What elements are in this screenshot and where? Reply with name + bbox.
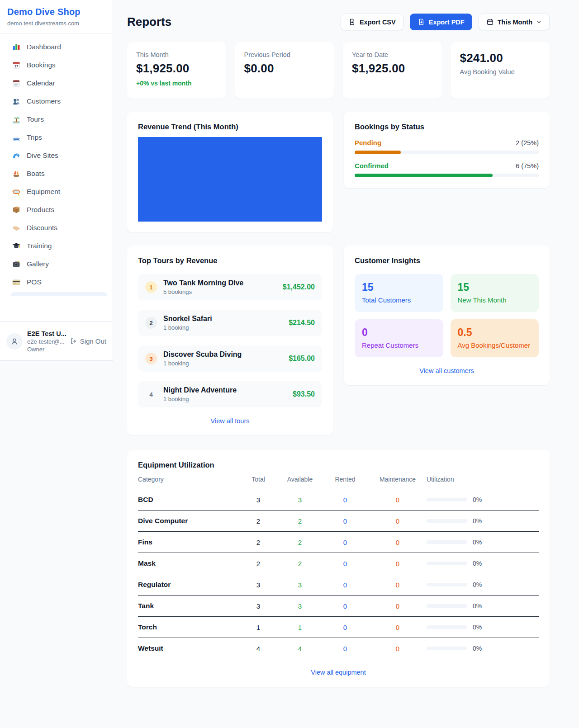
sailboat-icon <box>12 169 21 178</box>
insight-label: Total Customers <box>362 296 436 304</box>
sign-out-label: Sign Out <box>80 337 106 345</box>
package-icon <box>12 205 21 214</box>
stat-card-previous-period: Previous Period $0.00 <box>235 42 334 99</box>
stat-card-year-to-date: Year to Date $1,925.00 <box>343 42 442 99</box>
person-icon <box>10 337 19 346</box>
insight-label: Avg Bookings/Customer <box>458 341 532 349</box>
sign-out-button[interactable]: Sign Out <box>70 337 106 345</box>
sidebar-item-boats[interactable]: Boats <box>5 165 107 183</box>
insights-grid: 15 Total Customers 15 New This Month 0 R… <box>355 274 539 357</box>
lists-row: Top Tours by Revenue 1 Two Tank Morning … <box>127 246 550 435</box>
utilization-bar-track <box>427 498 467 501</box>
insight-total-customers: 15 Total Customers <box>355 274 443 312</box>
equipment-maintenance: 0 <box>369 645 427 652</box>
sidebar-item-label: Tours <box>27 115 44 123</box>
table-row: Dive Computer 2 2 0 0 0% <box>138 511 539 532</box>
table-row: Wetsuit 4 4 0 0 0% <box>138 638 539 659</box>
tour-amount: $214.50 <box>289 319 315 327</box>
shop-name: Demo Dive Shop <box>7 7 105 17</box>
customer-insights-title: Customer Insights <box>355 256 539 265</box>
sidebar-active-item-partial <box>11 292 107 296</box>
equipment-available: 3 <box>278 496 322 504</box>
sidebar-item-equipment[interactable]: Equipment <box>5 183 107 201</box>
stat-card-this-month: This Month $1,925.00 +0% vs last month <box>127 42 226 99</box>
top-tours-title: Top Tours by Revenue <box>138 256 322 265</box>
revenue-trend-card: Revenue Trend (This Month) <box>127 112 333 232</box>
insight-value: 15 <box>458 281 532 293</box>
status-bar-fill <box>355 151 401 154</box>
stat-label: Previous Period <box>244 51 325 58</box>
table-row: Mask 2 2 0 0 0% <box>138 553 539 574</box>
utilization-bar-track <box>427 540 467 544</box>
sidebar-item-products[interactable]: Products <box>5 201 107 219</box>
equipment-available: 3 <box>278 602 322 610</box>
user-meta: E2E Test U... e2e-tester@... Owner <box>27 330 65 353</box>
bar-chart-icon <box>12 43 21 52</box>
stat-value: $1,925.00 <box>352 61 433 76</box>
utilization-bar-track <box>427 519 467 523</box>
sidebar-item-label: Calendar <box>27 79 55 87</box>
insight-value: 0 <box>362 326 436 339</box>
equipment-rented: 0 <box>322 517 369 525</box>
status-label: Pending <box>355 139 381 147</box>
sidebar-item-gallery[interactable]: Gallery <box>5 255 107 273</box>
export-csv-button[interactable]: Export CSV <box>341 14 403 30</box>
sidebar-item-label: Trips <box>27 133 42 142</box>
sidebar-item-label: Dive Sites <box>27 151 58 160</box>
equipment-maintenance: 0 <box>369 602 427 610</box>
top-tours-card: Top Tours by Revenue 1 Two Tank Morning … <box>127 246 333 435</box>
sidebar-item-pos[interactable]: POS <box>5 273 107 291</box>
sidebar-item-training[interactable]: Training <box>5 237 107 255</box>
tour-bookings: 5 bookings <box>163 288 276 295</box>
view-all-equipment-link[interactable]: View all equipment <box>138 669 539 676</box>
sidebar-item-label: POS <box>27 278 42 286</box>
period-select-value: This Month <box>498 19 532 26</box>
equipment-category: BCD <box>138 496 238 504</box>
sidebar-item-discounts[interactable]: Discounts <box>5 219 107 237</box>
period-select[interactable]: This Month <box>479 14 550 30</box>
utilization-bar-track <box>427 583 467 586</box>
insight-new-this-month: 15 New This Month <box>451 274 539 312</box>
equipment-total: 3 <box>238 496 278 504</box>
utilization-percent: 0% <box>473 602 482 610</box>
equipment-utilization-card: Equipment Utilization Category Total Ava… <box>127 450 550 687</box>
shop-domain: demo.test.divestreams.com <box>7 20 105 27</box>
equipment-available: 2 <box>278 517 322 525</box>
tour-amount: $165.00 <box>289 355 315 363</box>
status-row-confirmed: Confirmed 6 (75%) <box>355 162 539 177</box>
insight-repeat-customers: 0 Repeat Customers <box>355 319 443 357</box>
stat-card-avg-booking-value: $241.00 Avg Booking Value <box>451 42 550 99</box>
view-all-tours-link[interactable]: View all tours <box>138 417 322 425</box>
sidebar-header: Demo Dive Shop demo.test.divestreams.com <box>0 0 113 33</box>
column-header: Category <box>138 476 238 483</box>
sidebar-item-bookings[interactable]: 17 Bookings <box>5 56 107 74</box>
stats-row: This Month $1,925.00 +0% vs last month P… <box>127 42 550 99</box>
stat-value: $1,925.00 <box>136 61 217 76</box>
column-header: Available <box>278 476 322 483</box>
tour-name: Snorkel Safari <box>163 315 282 323</box>
tour-bookings: 1 booking <box>163 360 282 367</box>
bookings-by-status-title: Bookings by Status <box>355 123 539 131</box>
utilization-percent: 0% <box>473 539 482 546</box>
equipment-maintenance: 0 <box>369 624 427 631</box>
export-pdf-button[interactable]: Export PDF <box>410 14 472 30</box>
sidebar-item-dashboard[interactable]: Dashboard <box>5 38 107 56</box>
equipment-total: 2 <box>238 560 278 567</box>
sidebar: Demo Dive Shop demo.test.divestreams.com… <box>0 0 113 361</box>
calendar-icon <box>486 18 494 26</box>
equipment-category: Torch <box>138 623 238 631</box>
svg-text:17: 17 <box>14 64 18 68</box>
utilization-bar-track <box>427 604 467 608</box>
equipment-category: Dive Computer <box>138 517 238 525</box>
sidebar-item-tours[interactable]: Tours <box>5 110 107 128</box>
file-download-icon <box>348 18 356 26</box>
sidebar-item-trips[interactable]: Trips <box>5 128 107 147</box>
view-all-customers-link[interactable]: View all customers <box>355 367 539 374</box>
utilization-bar-track <box>427 625 467 629</box>
sidebar-item-calendar[interactable]: Calendar <box>5 74 107 92</box>
equipment-rented: 0 <box>322 539 369 546</box>
sidebar-item-dive-sites[interactable]: Dive Sites <box>5 147 107 165</box>
status-label: Confirmed <box>355 162 389 170</box>
rank-badge: 1 <box>145 281 157 293</box>
sidebar-item-customers[interactable]: Customers <box>5 92 107 110</box>
